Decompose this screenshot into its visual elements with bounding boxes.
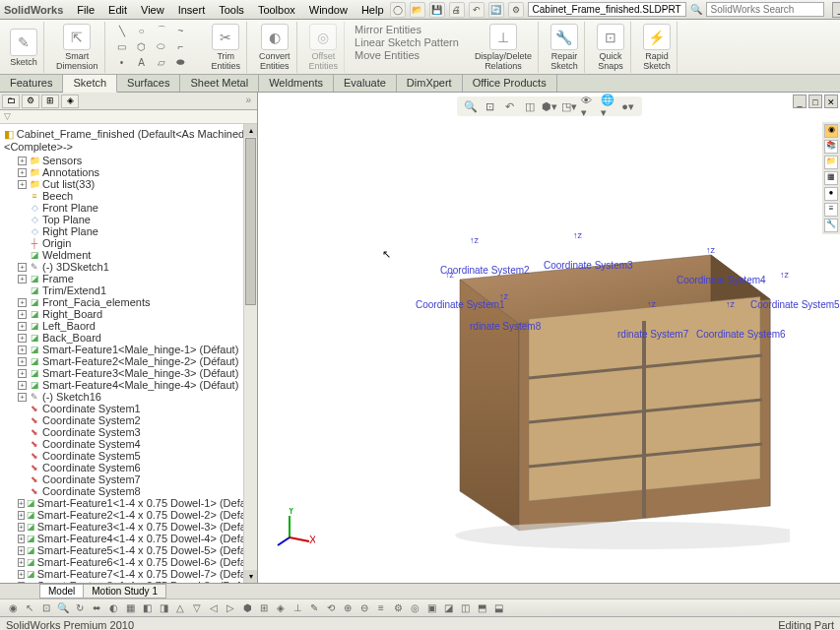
trim-group[interactable]: ✂ Trim Entities: [206, 22, 248, 73]
rectangle-icon[interactable]: ▭: [113, 39, 131, 53]
btm-tool-17[interactable]: ⊥: [291, 601, 304, 615]
menu-insert[interactable]: Insert: [172, 2, 212, 18]
tree-item[interactable]: +📁Annotations: [0, 166, 257, 178]
btm-tool-16[interactable]: ◈: [274, 601, 288, 615]
btm-tool-15[interactable]: ⊞: [257, 601, 271, 615]
scene-icon[interactable]: 🌐▾: [601, 98, 616, 114]
expand-icon[interactable]: +: [18, 298, 27, 307]
tree-item[interactable]: ⬊Coordinate System6: [0, 462, 257, 473]
btm-tool-8[interactable]: ◧: [140, 601, 154, 615]
design-library-tab[interactable]: 📚: [824, 140, 838, 154]
spline-icon[interactable]: ~: [172, 24, 190, 37]
repair-group[interactable]: 🔧 Repair Sketch: [545, 22, 585, 73]
mdi-restore[interactable]: □: [808, 94, 822, 108]
tree-filter-bar[interactable]: ▽: [0, 110, 257, 124]
hide-show-icon[interactable]: 👁▾: [581, 98, 597, 114]
tree-item[interactable]: ⬊Coordinate System2: [0, 414, 257, 426]
resources-tab[interactable]: ◉: [824, 124, 838, 138]
tree-item[interactable]: ◪Trim/Extend1: [0, 284, 257, 296]
expand-icon[interactable]: +: [18, 546, 25, 555]
file-explorer-tab[interactable]: 📁: [824, 156, 838, 169]
btm-tool-20[interactable]: ⊕: [341, 601, 355, 615]
tab-features[interactable]: Features: [0, 75, 63, 92]
expand-icon[interactable]: +: [18, 535, 25, 543]
section-view-icon[interactable]: ◫: [522, 98, 538, 114]
fillet-icon[interactable]: ⌐: [172, 39, 190, 53]
tree-item[interactable]: +◪Smart-Feature2<Male_hinge-2> (Défaut): [0, 355, 257, 367]
expand-icon[interactable]: +: [18, 558, 25, 567]
circle-icon[interactable]: ○: [133, 24, 151, 37]
point-icon[interactable]: •: [113, 55, 131, 69]
tab-office-products[interactable]: Office Products: [463, 75, 557, 92]
menu-edit[interactable]: Edit: [102, 2, 133, 18]
arc-icon[interactable]: ⌒: [153, 24, 170, 37]
tree-item[interactable]: ⬊Coordinate System8: [0, 485, 257, 497]
menu-help[interactable]: Help: [355, 2, 390, 18]
btm-tool-0[interactable]: ◉: [6, 601, 20, 615]
expand-icon[interactable]: +: [18, 511, 25, 520]
tree-item[interactable]: +◪Smart-Feature4<Male_hinge-4> (Défaut): [0, 379, 257, 391]
tab-weldments[interactable]: Weldments: [259, 75, 334, 92]
appearances-tab[interactable]: ●: [824, 187, 838, 201]
tab-sketch[interactable]: Sketch: [63, 75, 117, 93]
orientation-triad[interactable]: Y X: [276, 508, 315, 549]
tree-item[interactable]: ◇Top Plane: [0, 214, 257, 225]
btm-tool-1[interactable]: ↖: [23, 601, 36, 615]
line-icon[interactable]: ╲: [113, 24, 131, 37]
menu-file[interactable]: File: [71, 2, 100, 18]
btm-tool-12[interactable]: ◁: [207, 601, 221, 615]
new-icon[interactable]: ◯: [390, 2, 406, 18]
rebuild-icon[interactable]: 🔄: [488, 2, 504, 18]
expand-icon[interactable]: +: [18, 275, 27, 284]
tab-dimxpert[interactable]: DimXpert: [397, 75, 463, 92]
tree-item[interactable]: +◪Smart-Feature3<1-4 x 0.75 Dowel-3> (De…: [0, 521, 257, 533]
rapid-group[interactable]: ⚡ Rapid Sketch: [637, 22, 678, 73]
tree-item[interactable]: +◪Left_Baord: [0, 320, 257, 332]
mirror-entities-button[interactable]: Mirror Entities: [355, 24, 459, 35]
tree-item[interactable]: ⬊Coordinate System5: [0, 450, 257, 462]
btm-tool-29[interactable]: ⬓: [491, 601, 505, 615]
view-palette-tab[interactable]: ▦: [824, 171, 838, 185]
menu-window[interactable]: Window: [303, 2, 354, 18]
graphics-viewport[interactable]: 🔍 ⊡ ↶ ◫ ⬢▾ ◳▾ 👁▾ 🌐▾ ●▾ _ □ ✕ ◉ 📚 📁 ▦ ● ≡…: [258, 93, 840, 583]
tree-item[interactable]: +◪Back_Board: [0, 332, 257, 344]
btm-tool-9[interactable]: ◨: [157, 601, 170, 615]
plane-icon[interactable]: ▱: [153, 55, 170, 69]
expand-icon[interactable]: +: [18, 357, 27, 366]
offset-group[interactable]: ◎ Offset Entities: [303, 22, 346, 73]
menu-view[interactable]: View: [135, 2, 170, 18]
expand-icon[interactable]: +: [18, 168, 27, 177]
open-icon[interactable]: 📂: [410, 2, 425, 18]
save-icon[interactable]: 💾: [429, 2, 445, 18]
expand-icon[interactable]: +: [18, 582, 25, 584]
tree-item[interactable]: +◪Smart-Feature2<1-4 x 0.75 Dowel-2> (De…: [0, 509, 257, 521]
expand-icon[interactable]: +: [18, 334, 27, 343]
tree-item[interactable]: +◪Right_Board: [0, 308, 257, 320]
expand-icon[interactable]: +: [18, 369, 27, 378]
btm-tool-27[interactable]: ◫: [458, 601, 472, 615]
convert-group[interactable]: ◐ Convert Entities: [253, 22, 297, 73]
expand-icon[interactable]: +: [18, 499, 25, 508]
menu-tools[interactable]: Tools: [213, 2, 250, 18]
expand-icon[interactable]: +: [18, 570, 25, 579]
expand-icon[interactable]: +: [18, 393, 27, 402]
btm-tool-5[interactable]: ⬌: [90, 601, 103, 615]
tree-scrollbar[interactable]: ▴ ▾: [243, 124, 257, 583]
config-manager-tab[interactable]: ⊞: [41, 94, 59, 108]
expand-icon[interactable]: +: [18, 346, 27, 354]
expand-icon[interactable]: +: [18, 381, 27, 390]
relations-group[interactable]: ⊥ Display/Delete Relations: [469, 22, 539, 73]
property-manager-tab[interactable]: ⚙: [22, 94, 39, 108]
tree-item[interactable]: +📁Sensors: [0, 155, 257, 166]
tree-item[interactable]: +◪Smart-Feature1<1-4 x 0.75 Dowel-1> (De…: [0, 497, 257, 509]
tree-item[interactable]: +◪Smart-Feature1<Male_hinge-1> (Défaut): [0, 344, 257, 355]
tree-item[interactable]: ⬊Coordinate System7: [0, 473, 257, 485]
tree-item[interactable]: ◪Weldment: [0, 249, 257, 261]
snaps-group[interactable]: ⊡ Quick Snaps: [591, 22, 631, 73]
move-entities-button[interactable]: Move Entities: [355, 49, 459, 61]
ellipse-icon[interactable]: ⬭: [153, 39, 170, 53]
mdi-minimize[interactable]: _: [793, 94, 807, 108]
btm-tool-26[interactable]: ◪: [441, 601, 455, 615]
custom-props-tab[interactable]: ≡: [824, 203, 838, 217]
tree-item[interactable]: +◪Front_Facia_elements: [0, 296, 257, 308]
